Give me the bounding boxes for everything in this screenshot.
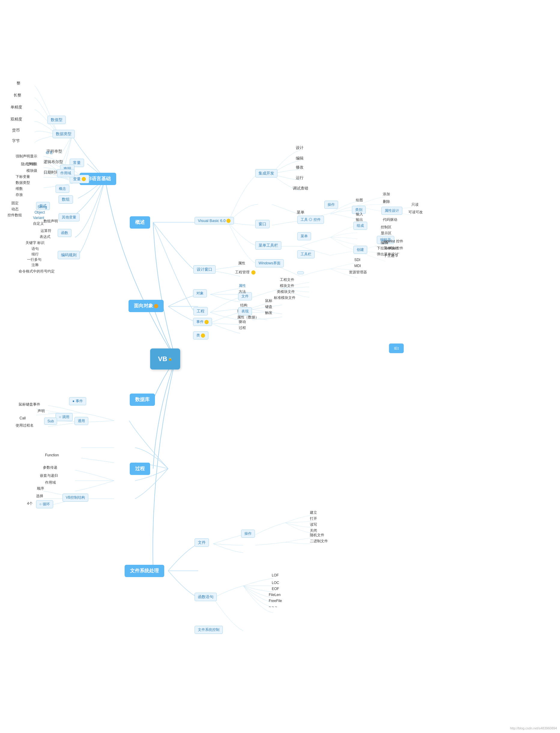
node-mouse-kb-event: 鼠标键盘事件 — [19, 402, 40, 407]
branch-summary: 概述 — [130, 216, 150, 229]
node-data-type: 数据类型 — [53, 130, 75, 138]
node-sub: Sub — [44, 418, 57, 425]
node-project: 工程 — [193, 307, 208, 315]
node-input: 输入 — [356, 212, 363, 217]
node-subtopic3: 子主题 3 — [384, 253, 398, 258]
node-fixed: 固定 — [11, 201, 19, 206]
node-other-var: 其他变量 — [59, 213, 80, 221]
node-process2: 过程 — [239, 325, 246, 330]
node-drive: 驱动 — [239, 319, 246, 324]
node-module-level: 模块级 — [26, 168, 37, 173]
node-add: 添加 — [383, 192, 390, 197]
node-readwrite: 可读可改 — [408, 210, 423, 215]
node-explorer: 资源管理器 — [349, 270, 367, 275]
node-call: Call — [20, 416, 26, 420]
node-scope2: 作用域 — [45, 480, 56, 485]
node-lof: LOF — [272, 573, 279, 577]
node-create-file: 建立 — [310, 510, 317, 515]
node-trigger: 触发 — [265, 310, 272, 315]
branch-process: 过程 — [130, 463, 150, 475]
node-byte: 字节 — [12, 138, 20, 144]
node-compose: 组成 — [353, 222, 367, 230]
node-statement: 语句 — [32, 246, 39, 251]
node-window: 窗口 — [255, 220, 270, 228]
node-debug: 调试查错 — [293, 186, 308, 191]
node-subscript: 下标变量 — [16, 174, 30, 179]
node-sequential: 顺序 — [37, 486, 44, 491]
node-toolbar-control: ToolBar控件 — [384, 246, 403, 251]
node-double: 双精度 — [11, 117, 22, 122]
node-coding-rule: 编码规则 — [58, 251, 80, 259]
node-operator: 运算符 — [41, 228, 51, 233]
node-object: Object — [35, 210, 45, 214]
node-bool: 逻辑布尔型 — [44, 159, 63, 165]
node-string2: String — [38, 205, 47, 209]
node-operation: 操作 — [324, 201, 338, 209]
node-vb60: Visual Basic 6.0 — [195, 217, 234, 224]
node-format-convention: 命令格式中的符号约定 — [19, 269, 55, 274]
node-array: 数组 — [59, 195, 73, 204]
node-imagelist: lagelist 控件 — [384, 239, 403, 244]
node-display-area: 显示区 — [381, 231, 392, 236]
node-class-file: 类模块文件 — [277, 289, 295, 294]
node-long: 长整 — [14, 92, 21, 98]
node-file-operation: 操作 — [241, 530, 255, 538]
node-force-declare: 强制声明显示 — [16, 154, 37, 159]
node-eof: EOF — [272, 587, 279, 591]
mindmap-container: VB 🔒 VB语言基础 概述 面向对象 数据库 过程 文件系统处理 数据类型 数… — [0, 0, 560, 733]
class-icon — [201, 333, 205, 338]
vb60-icon — [226, 219, 231, 223]
node-readonly: 只读 — [411, 202, 419, 207]
node-mouse: 鼠标 — [265, 298, 272, 303]
node-tilde: ~ ~ ~ — [269, 605, 277, 609]
node-modify: 修改 — [296, 165, 304, 170]
node-ide: 集成开发 — [255, 169, 277, 177]
node-control-area: 控制区 — [381, 225, 392, 230]
node-method: 方法 — [239, 289, 246, 294]
mindmap-lines — [0, 0, 560, 733]
node-invoke: ○ 调用 — [56, 413, 73, 421]
watermark: http://blog.csdn.net/s483960894 — [510, 726, 557, 730]
node-array-declare: 数组声明 — [44, 219, 58, 224]
node-binary-file: 二进制文件 — [310, 539, 328, 544]
node-function: 函数 — [58, 229, 71, 237]
center-icon: 🔒 — [168, 357, 172, 361]
node-code-drive: 代码驱动 — [383, 217, 397, 222]
node-freefile: FreeFile — [269, 599, 282, 603]
node-run: 运行 — [296, 175, 304, 180]
node-delete: 删除 — [383, 199, 390, 204]
center-node: VB 🔒 — [150, 348, 180, 370]
node-draw: 绘图 — [356, 198, 363, 203]
node-prop-design: 属性设计 — [381, 207, 402, 215]
node-fs-control: 文件系统控制 — [195, 626, 223, 634]
node-tool-control: 工具 ◎ 控件 — [297, 216, 324, 224]
node-func-statement: 函数语句 — [195, 593, 217, 601]
node-event-proc: ● 事件 — [69, 397, 86, 405]
node-menu-toolbar: 菜单工具栏 — [255, 241, 281, 250]
branch-database: 数据库 — [130, 394, 155, 406]
branch-filesystem: 文件系统处理 — [125, 565, 164, 577]
projmgmt-icon — [251, 270, 256, 274]
node-open: 打开 — [310, 516, 317, 521]
node-declare-proc: 声明 — [38, 409, 45, 414]
node-proj-mgmt: 工程管理 — [235, 270, 256, 275]
node-mdi: MDI — [354, 264, 361, 268]
node-naming: 命名 — [46, 150, 53, 155]
node-control-array: 控件数组 — [8, 213, 22, 218]
node-proc-level: 过程级 — [26, 162, 37, 167]
node-filelen: FileLen — [269, 593, 280, 597]
node-readwrite2: 读写 — [310, 522, 317, 527]
node-project-file: 工程文件 — [280, 277, 294, 282]
node-concept: 概念 — [56, 185, 69, 193]
node-class: 类 — [193, 331, 208, 339]
node-select: 选择 — [36, 494, 43, 499]
node-standard-file: 标准模块文件 — [274, 295, 295, 300]
node-nested: 嵌套与递归 — [40, 473, 58, 478]
node-param-pass: 参数传递 — [43, 465, 57, 470]
event-icon — [204, 320, 209, 324]
node-function2: Function — [45, 453, 59, 457]
node-continue: 续行 — [32, 252, 39, 257]
node-loop: ○ 循环 — [36, 500, 53, 508]
node-sdi: SDI — [354, 258, 360, 262]
node-store: 存放 — [16, 192, 23, 197]
